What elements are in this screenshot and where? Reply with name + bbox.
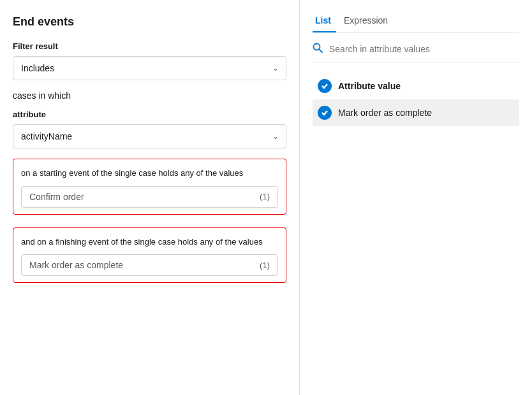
attribute-select-wrapper: activityName ⌄	[13, 124, 286, 148]
list-item-mark-order[interactable]: Mark order as complete	[313, 99, 519, 126]
finishing-event-description: and on a finishing event of the single c…	[21, 236, 278, 248]
finishing-event-section: and on a finishing event of the single c…	[13, 227, 286, 284]
check-icon-mark-order	[318, 106, 332, 120]
filter-select-wrapper: Includes ⌄	[13, 56, 286, 80]
finishing-event-count: (1)	[260, 261, 270, 270]
search-icon	[313, 43, 323, 55]
starting-event-count: (1)	[260, 192, 270, 201]
starting-event-section: on a starting event of the single case h…	[13, 159, 286, 215]
tab-list[interactable]: List	[313, 10, 341, 32]
search-input[interactable]	[329, 44, 519, 54]
list-item-header[interactable]: Attribute value	[313, 73, 519, 99]
cases-text: cases in which	[13, 90, 286, 101]
svg-line-1	[320, 50, 323, 53]
mark-order-label: Mark order as complete	[338, 108, 432, 118]
check-icon-header	[318, 79, 332, 93]
finishing-event-value-pill[interactable]: Mark order as complete (1)	[21, 254, 278, 276]
right-panel: List Expression Attribute value	[300, 0, 532, 395]
tabs-container: List Expression	[313, 10, 519, 32]
starting-event-value-pill[interactable]: Confirm order (1)	[21, 186, 278, 208]
attribute-value-label: Attribute value	[338, 81, 401, 91]
tab-expression[interactable]: Expression	[341, 10, 398, 32]
starting-event-description: on a starting event of the single case h…	[21, 167, 278, 180]
search-row	[313, 43, 519, 62]
attribute-select[interactable]: activityName	[13, 124, 286, 148]
starting-event-value: Confirm order	[29, 192, 84, 202]
page-title: End events	[13, 15, 286, 29]
finishing-event-value: Mark order as complete	[29, 260, 123, 270]
filter-label: Filter result	[13, 41, 286, 51]
filter-select[interactable]: Includes	[13, 56, 286, 80]
left-panel: End events Filter result Includes ⌄ case…	[0, 0, 300, 395]
attribute-label: attribute	[13, 110, 286, 119]
